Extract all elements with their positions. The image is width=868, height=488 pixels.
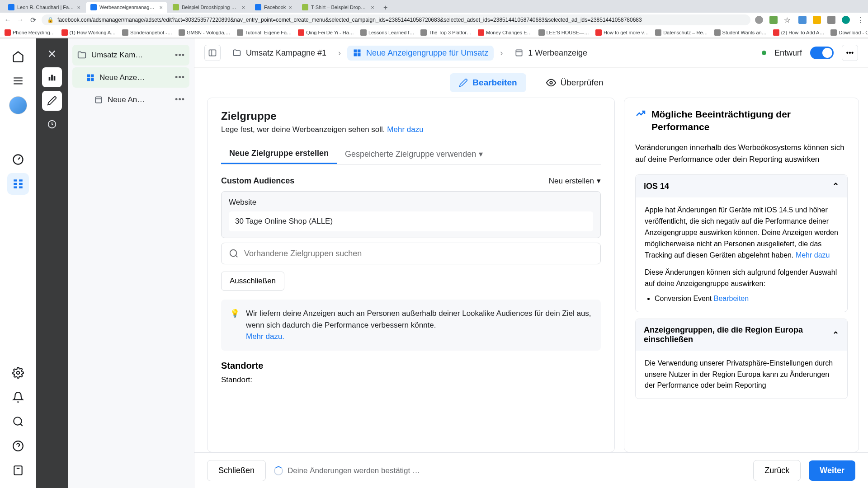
close-icon[interactable]: × (371, 4, 374, 11)
nav-settings[interactable] (7, 362, 29, 384)
svg-rect-26 (91, 78, 94, 81)
nav-search[interactable] (7, 411, 29, 432)
close-icon[interactable]: × (159, 4, 163, 11)
tree-adset[interactable]: Neue Anze… ••• (72, 67, 189, 88)
forward-icon[interactable]: → (16, 16, 24, 24)
bookmark[interactable]: Sonderangebot -… (122, 29, 172, 36)
bookmark[interactable]: LEE'S HOUSE—… (538, 29, 589, 36)
svg-rect-4 (14, 179, 17, 181)
create-new-audience-button[interactable]: Neu erstellen ▾ (549, 176, 601, 186)
exclude-button[interactable]: Ausschließen (221, 272, 284, 291)
bookmark[interactable]: How to get more v… (595, 29, 649, 36)
star-icon[interactable]: ☆ (784, 16, 792, 24)
bookmark[interactable]: (1) How Working A… (61, 29, 116, 36)
learn-more-link[interactable]: Mehr dazu (796, 251, 830, 259)
close-editor-button[interactable] (42, 44, 62, 64)
mode-review[interactable]: Überprüfen (537, 73, 613, 92)
chart-icon[interactable] (42, 67, 62, 87)
chevron-down-icon: ▾ (597, 176, 601, 186)
active-toggle[interactable] (810, 47, 834, 59)
audience-chip[interactable]: 30 Tage Online Shop (ALLE) (229, 211, 593, 231)
audience-search-input[interactable] (244, 249, 593, 258)
learn-more-link[interactable]: Mehr dazu (387, 125, 423, 134)
crumb-ad[interactable]: 1 Werbeanzeige (509, 46, 593, 61)
new-tab-button[interactable]: + (380, 3, 391, 13)
grid-icon (86, 73, 95, 82)
browser-tab[interactable]: Beispiel Dropshipping Store× (168, 2, 250, 13)
more-icon[interactable]: ••• (175, 95, 185, 104)
url-text: facebook.com/adsmanager/manage/adsets/ed… (57, 17, 642, 23)
menu-icon[interactable]: ⋮ (856, 16, 864, 24)
browser-tab[interactable]: Facebook× (250, 2, 297, 13)
browser-chrome: Leon R. Chaudhari | Facebook× Werbeanzei… (0, 0, 868, 38)
zoom-icon[interactable] (755, 16, 763, 24)
tab-new-audience[interactable]: Neue Zielgruppe erstellen (221, 144, 337, 164)
collapse-tree-button[interactable] (204, 45, 221, 61)
reload-icon[interactable]: ⟳ (29, 16, 37, 24)
tab-saved-audience[interactable]: Gespeicherte Zielgruppe verwenden ▾ (337, 144, 491, 164)
tree-ad[interactable]: Neue An… ••• (72, 89, 189, 110)
back-icon[interactable]: ← (4, 16, 12, 24)
nav-home[interactable] (7, 46, 29, 67)
browser-tab[interactable]: Leon R. Chaudhari | Facebook× (4, 2, 85, 13)
bookmark[interactable]: GMSN - Vologda,… (179, 29, 231, 36)
section-subtitle: Lege fest, wer deine Werbeanzeigen sehen… (221, 125, 601, 134)
browser-tab[interactable]: Werbeanzeigenmanager - We…× (86, 2, 167, 13)
bookmark[interactable]: Student Wants an… (714, 29, 767, 36)
close-icon[interactable]: × (77, 4, 80, 11)
back-button[interactable]: Zurück (753, 460, 801, 481)
edit-link[interactable]: Bearbeiten (714, 295, 749, 302)
mode-edit[interactable]: Bearbeiten (450, 73, 526, 92)
status-text: Entwurf (774, 48, 802, 58)
left-rail (0, 38, 36, 488)
bookmark[interactable]: Lessons Learned f… (360, 29, 415, 36)
puzzle-icon[interactable] (827, 16, 835, 24)
tree-campaign[interactable]: Umsatz Kam… ••• (72, 45, 189, 66)
more-icon[interactable]: ••• (175, 73, 185, 82)
bookmark[interactable]: Datenschutz – Re… (655, 29, 708, 36)
extension-icon[interactable] (769, 16, 778, 24)
edit-icon[interactable] (42, 91, 62, 111)
selected-audience-box[interactable]: Website 30 Tage Online Shop (ALLE) (221, 191, 601, 238)
extension-icon[interactable] (798, 16, 807, 24)
nav-notifications[interactable] (7, 386, 29, 408)
more-button[interactable]: ••• (842, 45, 858, 61)
history-icon[interactable] (42, 114, 62, 134)
accordion-header[interactable]: Anzeigengruppen, die die Region Europa e… (636, 319, 847, 351)
nav-ads-manager[interactable] (7, 173, 29, 195)
tab-title: Werbeanzeigenmanager - We… (99, 5, 156, 10)
nav-report[interactable] (7, 460, 29, 481)
performance-panel: Mögliche Beeinträchtigung der Performanc… (624, 98, 859, 452)
close-icon[interactable]: × (288, 4, 292, 11)
next-button[interactable]: Weiter (809, 460, 855, 481)
tab-title: Beispiel Dropshipping Store (182, 5, 239, 10)
bookmark[interactable]: Phone Recycling… (5, 29, 55, 36)
chevron-right-icon: › (338, 48, 341, 58)
audience-search[interactable] (221, 243, 601, 264)
bookmark[interactable]: Tutorial: Eigene Fa… (237, 29, 292, 36)
close-button[interactable]: Schließen (207, 460, 266, 481)
bookmark[interactable]: Download - Cooki… (830, 29, 868, 36)
accordion-header[interactable]: iOS 14⌃ (636, 175, 847, 197)
nav-avatar[interactable] (7, 94, 29, 116)
bookmark[interactable]: Qing Fei De Yi - Ha… (298, 29, 354, 36)
nav-gauge[interactable] (7, 149, 29, 170)
more-icon[interactable]: ••• (175, 51, 185, 60)
extension-icon[interactable] (813, 16, 821, 24)
bookmark[interactable]: The Top 3 Platfor… (420, 29, 472, 36)
learn-more-link[interactable]: Mehr dazu. (246, 332, 284, 341)
url-field[interactable]: 🔒facebook.com/adsmanager/manage/adsets/e… (42, 14, 750, 25)
browser-tab[interactable]: T-Shirt – Beispiel Dropshippi…× (297, 2, 379, 13)
bookmark[interactable]: (2) How To Add A… (773, 29, 825, 36)
campaign-tree: Umsatz Kam… ••• Neue Anze… ••• Neue An… … (68, 38, 194, 488)
nav-menu[interactable] (7, 70, 29, 92)
crumb-adset[interactable]: Neue Anzeigengruppe für Umsatz (347, 46, 494, 61)
bookmark[interactable]: Money Changes E… (478, 29, 532, 36)
profile-icon[interactable] (842, 16, 850, 24)
folder-icon (77, 50, 87, 60)
crumb-campaign[interactable]: Umsatz Kampagne #1 (227, 46, 332, 61)
nav-help[interactable] (7, 435, 29, 457)
lightbulb-icon: 💡 (230, 308, 240, 343)
svg-rect-25 (87, 78, 90, 81)
close-icon[interactable]: × (241, 4, 245, 11)
